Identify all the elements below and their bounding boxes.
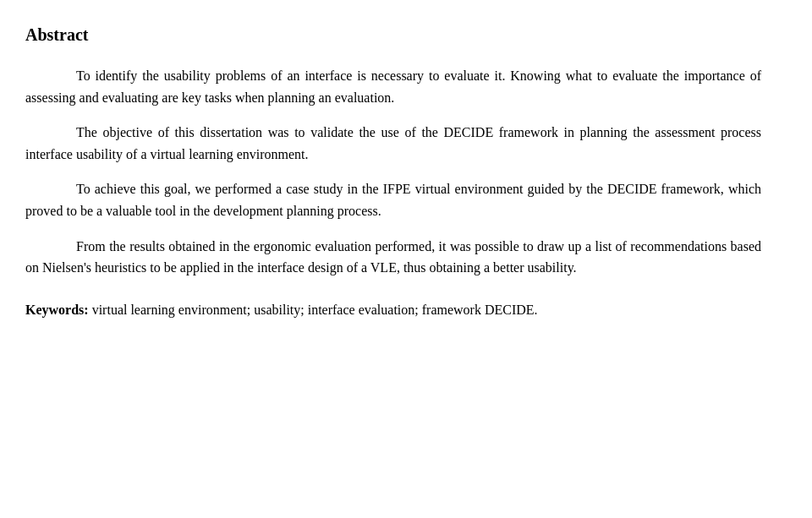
paragraph-3: To achieve this goal, we performed a cas… [25,178,761,221]
paragraph-2: The objective of this dissertation was t… [25,122,761,165]
keywords-section: Keywords: virtual learning environment; … [25,299,761,321]
abstract-title: Abstract [25,25,761,45]
keywords-text: virtual learning environment; usability;… [89,303,538,317]
paragraph-1: To identify the usability problems of an… [25,65,761,108]
abstract-body: To identify the usability problems of an… [25,65,761,279]
keywords-label: Keywords: [25,303,89,317]
paragraph-4: From the results obtained in the ergonom… [25,236,761,279]
